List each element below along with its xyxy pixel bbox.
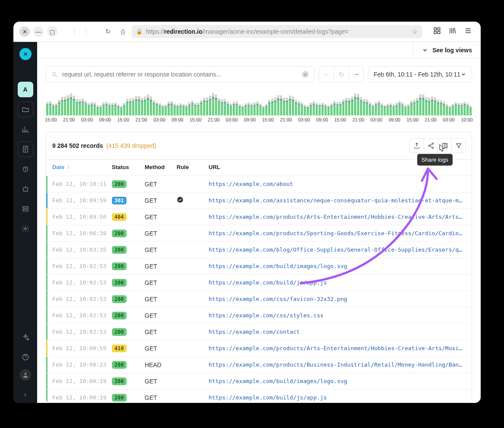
window-minimize-icon[interactable]: — xyxy=(33,26,44,37)
range-refresh-button[interactable]: ↻ xyxy=(334,67,349,82)
traffic-histogram[interactable] xyxy=(37,86,481,116)
sidebar-collapse-icon[interactable]: › xyxy=(24,391,26,399)
svg-rect-261 xyxy=(230,107,232,115)
export-button[interactable] xyxy=(410,139,424,153)
svg-rect-292 xyxy=(250,103,253,105)
sidebar-item-a[interactable]: A xyxy=(18,82,33,97)
log-row[interactable]: Feb 12, 10:00:19 200 GET https://example… xyxy=(46,373,472,389)
log-row[interactable]: Feb 12, 10:02:53 200 GET https://example… xyxy=(46,291,472,307)
svg-rect-79 xyxy=(94,104,96,105)
svg-rect-527 xyxy=(425,99,427,100)
share-logs-button[interactable] xyxy=(424,139,437,153)
svg-rect-232 xyxy=(206,97,208,99)
svg-rect-444 xyxy=(363,99,365,101)
sidebar-item-folder[interactable] xyxy=(18,102,33,117)
svg-rect-397 xyxy=(330,106,333,115)
svg-rect-182 xyxy=(171,103,173,105)
range-next-button[interactable]: → xyxy=(349,67,363,82)
sidebar-item-settings[interactable] xyxy=(18,221,33,236)
sidebar-item-logs[interactable] xyxy=(18,141,33,157)
library-icon[interactable] xyxy=(449,27,456,36)
svg-rect-355 xyxy=(298,102,300,103)
filter-button[interactable] xyxy=(451,139,465,153)
nav-forward-icon[interactable]: 〉 xyxy=(82,26,93,37)
svg-rect-449 xyxy=(369,105,371,115)
log-row[interactable]: Feb 12, 10:03:35 200 GET https://example… xyxy=(46,241,472,258)
sidebar-item-bot[interactable] xyxy=(18,181,33,197)
svg-rect-350 xyxy=(295,102,297,104)
log-row[interactable]: Feb 12, 10:00:23 200 HEAD https://exampl… xyxy=(46,356,472,373)
column-date-header[interactable]: Date↑ xyxy=(52,164,112,170)
svg-rect-121 xyxy=(126,103,128,115)
log-row[interactable]: Feb 12, 10:09:59 301 GET https://example… xyxy=(46,192,472,208)
date-range-select[interactable]: Feb 6th, 10:11 - Feb 12th, 10:11 xyxy=(368,66,472,83)
svg-rect-496 xyxy=(402,102,404,104)
sidebar-item-help[interactable] xyxy=(18,349,33,365)
svg-rect-435 xyxy=(357,96,359,97)
svg-rect-554 xyxy=(446,106,448,107)
menu-icon[interactable] xyxy=(464,27,472,36)
svg-rect-85 xyxy=(99,108,101,115)
column-status-header[interactable]: Status xyxy=(112,164,145,170)
svg-rect-91 xyxy=(102,104,105,105)
column-method-header[interactable]: Method xyxy=(145,164,177,170)
log-row[interactable]: Feb 12, 10:02:53 200 GET https://example… xyxy=(46,258,472,274)
app-logo[interactable] xyxy=(19,48,32,60)
svg-rect-17 xyxy=(49,105,51,115)
log-row[interactable]: Feb 12, 10:00:59 410 GET https://example… xyxy=(46,340,472,356)
svg-rect-458 xyxy=(375,104,377,105)
svg-rect-186 xyxy=(174,105,176,106)
reader-icon[interactable]: ⎙ xyxy=(117,26,128,37)
svg-rect-35 xyxy=(61,99,63,100)
cell-method: HEAD xyxy=(145,361,177,368)
nav-back-icon[interactable]: 〈 xyxy=(67,26,78,37)
bookmark-star-icon[interactable]: ☆ xyxy=(412,28,418,35)
window-maximize-icon[interactable]: ▢ xyxy=(47,26,57,37)
sidebar-item-sparkle[interactable] xyxy=(18,329,33,345)
reload-icon[interactable]: ↻ xyxy=(102,26,114,37)
range-prev-button[interactable]: ← xyxy=(319,67,334,82)
sidebar-item-alerts[interactable] xyxy=(18,161,33,177)
svg-rect-247 xyxy=(218,100,220,101)
svg-rect-49 xyxy=(73,101,75,115)
svg-rect-337 xyxy=(286,102,288,115)
svg-rect-218 xyxy=(197,105,200,106)
address-bar[interactable]: 🔒 https://redirection.io/manager/acme-in… xyxy=(132,25,422,38)
sidebar-item-storage[interactable] xyxy=(18,201,33,217)
svg-rect-588 xyxy=(469,106,472,107)
log-row[interactable]: Feb 12, 10:02:53 200 GET https://example… xyxy=(46,323,472,340)
svg-rect-108 xyxy=(114,102,117,104)
cell-date: Feb 12, 10:10:11 xyxy=(52,181,112,187)
clear-search-icon[interactable]: ✕ xyxy=(302,71,309,78)
apps-grid-icon[interactable] xyxy=(433,27,441,36)
log-row[interactable]: Feb 12, 10:02:53 200 GET https://example… xyxy=(46,274,472,291)
svg-rect-177 xyxy=(168,105,170,115)
svg-rect-438 xyxy=(360,100,362,102)
log-row[interactable]: Feb 12, 10:10:11 200 GET https://example… xyxy=(46,176,472,192)
cell-method: GET xyxy=(145,246,177,253)
svg-rect-409 xyxy=(339,105,342,115)
log-row[interactable]: Feb 12, 10:09:50 404 GET https://example… xyxy=(46,208,472,225)
column-rule-header[interactable]: Rule xyxy=(177,164,209,170)
see-log-views-button[interactable]: See log views xyxy=(413,42,481,58)
log-row[interactable]: Feb 12, 10:02:53 200 GET https://example… xyxy=(46,307,472,323)
sidebar-item-analytics[interactable] xyxy=(18,121,33,137)
window-close-icon[interactable]: ✕ xyxy=(19,26,30,37)
cell-date: Feb 12, 10:00:59 xyxy=(52,345,112,351)
log-row[interactable]: Feb 12, 10:06:38 200 GET https://example… xyxy=(46,225,472,241)
svg-rect-442 xyxy=(363,102,365,103)
svg-rect-580 xyxy=(463,102,466,104)
log-row[interactable]: Feb 12, 10:00:19 200 GET https://example… xyxy=(46,389,472,402)
svg-rect-235 xyxy=(209,98,211,99)
cell-date: Feb 12, 10:09:50 xyxy=(52,214,112,220)
user-avatar[interactable] xyxy=(20,369,31,380)
svg-rect-196 xyxy=(179,103,181,105)
svg-rect-205 xyxy=(188,106,190,115)
svg-rect-198 xyxy=(182,106,184,107)
svg-rect-373 xyxy=(313,105,315,115)
svg-rect-98 xyxy=(108,105,111,106)
svg-rect-537 xyxy=(434,102,436,115)
svg-rect-400 xyxy=(330,103,333,105)
search-input[interactable]: request url, request referrer or respons… xyxy=(46,66,314,83)
svg-rect-408 xyxy=(336,102,339,104)
